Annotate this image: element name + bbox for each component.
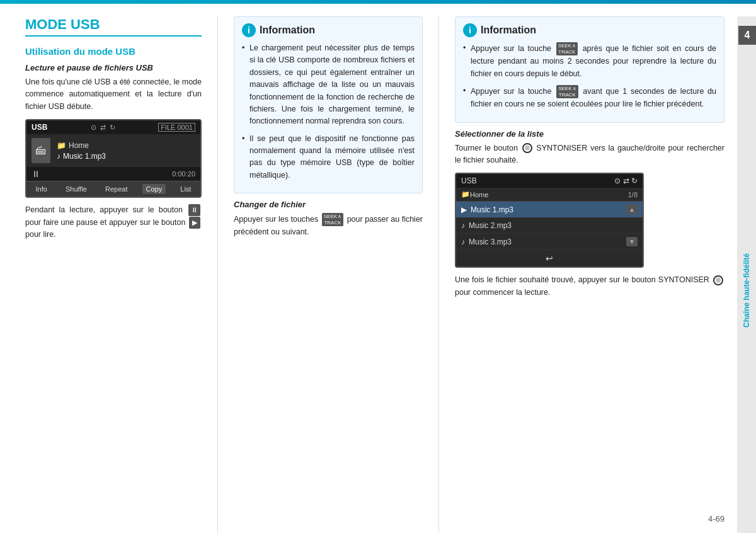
usb-filename: ♪ Music 1.mp3 <box>57 152 195 161</box>
right-column: i Information Appuyer sur la touche SEEK… <box>442 16 737 533</box>
usb-header-icons-2: ⊙ ⇄ ↻ <box>614 176 638 185</box>
syntoniser-button-icon: ◎ <box>522 143 532 153</box>
play-item-icon: ▶ <box>461 205 467 214</box>
info-bullet-2: Il se peut que le dispositif ne fonction… <box>242 133 415 182</box>
usb-header-icons: ⊙ ⇄ ↻ <box>91 123 115 132</box>
usb-btn-info[interactable]: Info <box>32 184 51 194</box>
folder-header-icon: 📁 <box>461 190 470 198</box>
scroll-up-btn[interactable]: ▲ <box>626 205 638 214</box>
info-header-right: i Information <box>463 23 716 37</box>
usb-list-item-1[interactable]: ▶ Music 1.mp3 ▲ <box>456 202 643 218</box>
selectlist-heading: Sélectionner de la liste <box>455 129 724 139</box>
usb-btn-repeat[interactable]: Repeat <box>101 184 131 194</box>
info-icon-mid: i <box>242 23 256 37</box>
arrows-icon: ⇄ <box>100 123 106 132</box>
usb-button-bar: Info Shuffle Repeat Copy List <box>26 181 200 197</box>
info-box-right: i Information Appuyer sur la touche SEEK… <box>455 16 724 123</box>
usb-controls: ⏸ <box>32 169 40 179</box>
usb-folder: 📁 Home <box>57 141 195 150</box>
info-title-right: Information <box>481 25 536 36</box>
play-button-icon: ▶ <box>189 217 200 229</box>
sidebar-label: Chaîne haute-fidélité <box>742 253 751 328</box>
info-title-mid: Information <box>260 25 315 36</box>
pause-control-icon: ⏸ <box>32 169 40 179</box>
usb-list-item-2[interactable]: ♪ Music 2.mp3 <box>456 218 643 234</box>
page-number: 4-69 <box>708 514 724 524</box>
music-icon: ♪ <box>57 152 60 161</box>
right-bullet-1: Appuyer sur la touche SEEK∧ TRACK après … <box>463 42 716 80</box>
tab-number: 4 <box>738 26 756 45</box>
seek-track-button-right-2: SEEK∧ TRACK <box>556 85 578 98</box>
subheading-lecture: Lecture et pause de fichiers USB <box>25 63 202 72</box>
body-text-2: Pendant la lecture, appuyer sur le bouto… <box>25 204 202 241</box>
usb-drive-icon: 🖮 <box>32 138 50 163</box>
usb-file-info: 📁 Home ♪ Music 1.mp3 <box>57 141 195 161</box>
body-text-1: Une fois qu'une clé USB a été connectée,… <box>25 76 202 113</box>
usb-btn-copy[interactable]: Copy <box>142 184 166 194</box>
usb-label: USB <box>32 123 47 132</box>
changer-body: Appuyer sur les touches SEEK∧ TRACK pour… <box>234 213 423 239</box>
arrows-icon-2: ⇄ <box>623 176 629 185</box>
usb-btn-list[interactable]: List <box>176 184 195 194</box>
syntoniser-footer-icon: ◎ <box>713 275 723 285</box>
usb-label-2: USB <box>461 176 477 185</box>
mid-column: i Information Le chargement peut nécessi… <box>221 16 435 533</box>
changer-heading: Changer de fichier <box>234 200 423 209</box>
col-divider-1 <box>217 16 218 533</box>
circle-icon-2: ⊙ <box>614 176 621 185</box>
usb-btn-shuffle[interactable]: Shuffle <box>62 184 91 194</box>
usb-list-header: 📁 Home 1/8 <box>456 188 643 202</box>
footer-text: Une fois le fichier souhaité trouvé, app… <box>455 274 724 299</box>
music-item-icon-2: ♪ <box>461 221 465 230</box>
seek-track-button-right-1: SEEK∧ TRACK <box>556 42 578 55</box>
music-item-icon-3: ♪ <box>461 238 465 246</box>
info-box-mid: i Information Le chargement peut nécessi… <box>234 16 423 193</box>
main-title: MODE USB <box>25 16 202 37</box>
repeat-icon-2: ↻ <box>631 176 638 185</box>
seek-track-button-mid: SEEK∧ TRACK <box>322 213 343 226</box>
right-sidebar: 4 Chaîne haute-fidélité <box>737 16 756 533</box>
info-icon-right: i <box>463 23 477 37</box>
col-divider-2 <box>438 16 439 533</box>
usb-time: 0:00:20 <box>172 170 195 178</box>
file-number: FILE 0001 <box>158 123 195 132</box>
usb-list-item-3[interactable]: ♪ Music 3.mp3 ▼ <box>456 234 643 250</box>
folder-icon: 📁 <box>57 141 66 150</box>
scroll-down-btn[interactable]: ▼ <box>626 237 638 246</box>
circle-icon: ⊙ <box>91 123 96 132</box>
info-bullet-1: Le chargement peut nécessiter plus de te… <box>242 42 415 128</box>
repeat-icon: ↻ <box>110 123 115 132</box>
usb-list-back[interactable]: ↩ <box>456 250 643 266</box>
pause-button-icon: ⏸ <box>188 204 200 216</box>
back-icon: ↩ <box>546 253 553 263</box>
selectlist-body: Tourner le bouton ◎ SYNTONISER vers la g… <box>455 142 724 167</box>
info-header-mid: i Information <box>242 23 415 37</box>
left-column: MODE USB Utilisation du mode USB Lecture… <box>0 16 214 533</box>
subtitle: Utilisation du mode USB <box>25 46 202 57</box>
usb-screen-1: USB ⊙ ⇄ ↻ FILE 0001 🖮 📁 Home ♪ <box>25 119 202 198</box>
right-bullet-2: Appuyer sur la touche SEEK∧ TRACK avant … <box>463 85 716 111</box>
usb-screen-2: USB ⊙ ⇄ ↻ 📁 Home 1/8 ▶ Music 1.mp3 ▲ <box>455 173 644 268</box>
